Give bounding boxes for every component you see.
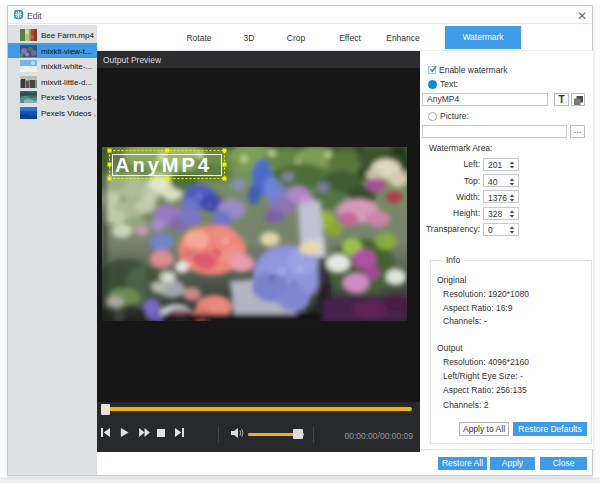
- svg-text:AnyMP4: AnyMP4: [115, 154, 212, 176]
